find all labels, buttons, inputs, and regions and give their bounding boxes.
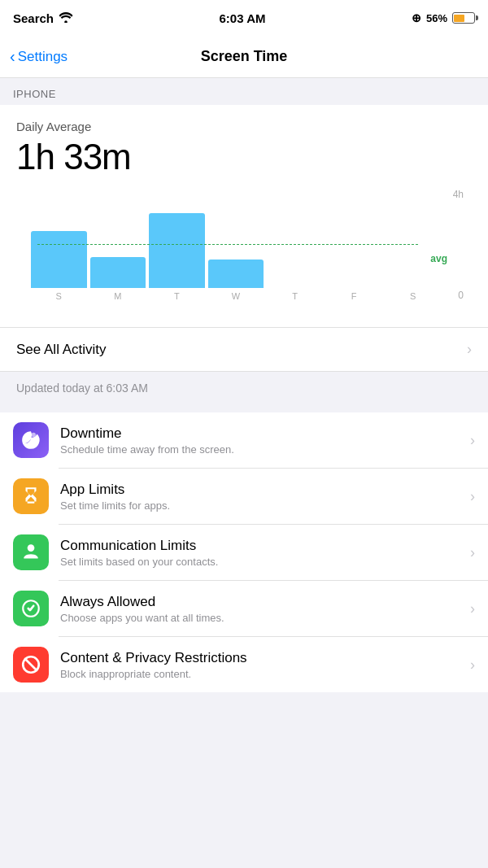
wifi-icon	[59, 11, 73, 25]
list-item-title-communication-limits: Communication Limits	[60, 538, 464, 554]
list-item-text-always-allowed: Always Allowed Choose apps you want at a…	[60, 594, 464, 624]
bar-day-s6: S	[385, 197, 441, 301]
list-item-subtitle-always-allowed: Choose apps you want at all times.	[60, 612, 464, 624]
back-arrow-icon: ‹	[10, 47, 15, 66]
see-all-activity-row[interactable]: See All Activity ›	[0, 328, 488, 371]
list-item-title-content-privacy: Content & Privacy Restrictions	[60, 650, 464, 666]
bar	[149, 213, 205, 288]
page-title: Screen Time	[201, 48, 288, 65]
list-item-title-downtime: Downtime	[60, 425, 464, 442]
svg-line-5	[25, 659, 37, 670]
svg-point-1	[32, 433, 36, 437]
bar-day-label: S	[56, 291, 62, 301]
list-item-content-privacy[interactable]: Content & Privacy Restrictions Block ina…	[0, 637, 488, 692]
bar	[31, 231, 87, 288]
back-label: Settings	[18, 49, 68, 65]
status-time: 6:03 AM	[220, 11, 266, 25]
list-item-text-communication-limits: Communication Limits Set limits based on…	[60, 538, 464, 568]
nav-bar: ‹ Settings Screen Time	[0, 36, 488, 78]
bar-day-label: T	[292, 291, 298, 301]
rotation-icon: ⊕	[412, 11, 421, 24]
check-icon	[13, 591, 49, 626]
list-item-subtitle-communication-limits: Set limits based on your contacts.	[60, 556, 464, 568]
daily-average-value: 1h 33m	[16, 137, 472, 177]
bar	[208, 260, 264, 288]
battery-indicator	[452, 12, 475, 24]
bar-day-m1: M	[90, 197, 146, 301]
block-icon	[13, 647, 49, 683]
moon-icon	[13, 422, 49, 458]
daily-average-section: Daily Average 1h 33m 4h 0 SMTWTFS avg	[0, 105, 488, 327]
list-item-text-content-privacy: Content & Privacy Restrictions Block ina…	[60, 650, 464, 680]
svg-point-0	[64, 20, 68, 23]
person-icon	[13, 534, 49, 570]
list-item-chevron-communication-limits: ›	[470, 544, 475, 561]
bar-day-label: S	[410, 291, 416, 301]
see-all-label: See All Activity	[16, 342, 107, 358]
bar-day-label: W	[232, 291, 240, 301]
settings-list: Downtime Schedule time away from the scr…	[0, 412, 488, 692]
battery-percent-label: 56%	[426, 12, 447, 24]
list-item-title-always-allowed: Always Allowed	[60, 594, 464, 610]
list-item-always-allowed[interactable]: Always Allowed Choose apps you want at a…	[0, 581, 488, 636]
bar-day-s0: S	[31, 197, 87, 301]
usage-chart: 4h 0 SMTWTFS avg	[16, 189, 472, 319]
bar-day-w3: W	[208, 197, 264, 301]
status-right: ⊕ 56%	[412, 11, 475, 24]
bar-day-label: T	[174, 291, 180, 301]
list-item-subtitle-downtime: Schedule time away from the screen.	[60, 443, 464, 456]
list-item-chevron-content-privacy: ›	[470, 656, 475, 674]
avg-line	[37, 244, 418, 245]
see-all-chevron-icon: ›	[467, 341, 472, 358]
carrier-label: Search	[13, 11, 54, 25]
status-left: Search	[13, 11, 73, 25]
list-item-chevron-downtime: ›	[470, 432, 475, 449]
section-header-iphone: IPHONE	[0, 78, 488, 105]
bar-day-t2: T	[149, 197, 205, 301]
back-button[interactable]: ‹ Settings	[10, 47, 68, 66]
chart-label-4h: 4h	[453, 189, 464, 200]
list-item-text-app-limits: App Limits Set time limits for apps.	[60, 482, 464, 512]
updated-row: Updated today at 6:03 AM	[0, 372, 488, 404]
list-item-chevron-app-limits: ›	[470, 488, 475, 505]
chart-label-0: 0	[458, 290, 464, 301]
list-item-chevron-always-allowed: ›	[470, 600, 475, 617]
svg-point-2	[28, 544, 35, 552]
status-bar: Search 6:03 AM ⊕ 56%	[0, 0, 488, 36]
bar-day-label: F	[351, 291, 357, 301]
chart-bars: SMTWTFS	[31, 197, 441, 301]
list-item-downtime[interactable]: Downtime Schedule time away from the scr…	[0, 412, 488, 468]
bar	[90, 257, 146, 288]
bar-day-f5: F	[326, 197, 382, 301]
bar-day-t4: T	[267, 197, 323, 301]
list-item-title-app-limits: App Limits	[60, 482, 464, 498]
list-item-communication-limits[interactable]: Communication Limits Set limits based on…	[0, 525, 488, 580]
list-item-app-limits[interactable]: App Limits Set time limits for apps. ›	[0, 469, 488, 524]
chart-bars-area: SMTWTFS	[31, 197, 441, 301]
bar-day-label: M	[114, 291, 121, 301]
list-item-subtitle-content-privacy: Block inappropriate content.	[60, 668, 464, 680]
updated-text: Updated today at 6:03 AM	[16, 382, 148, 395]
list-item-text-downtime: Downtime Schedule time away from the scr…	[60, 425, 464, 456]
chart-avg-label: avg	[430, 253, 447, 264]
hourglass-icon	[13, 478, 49, 514]
list-item-subtitle-app-limits: Set time limits for apps.	[60, 499, 464, 512]
daily-average-label: Daily Average	[16, 120, 472, 133]
